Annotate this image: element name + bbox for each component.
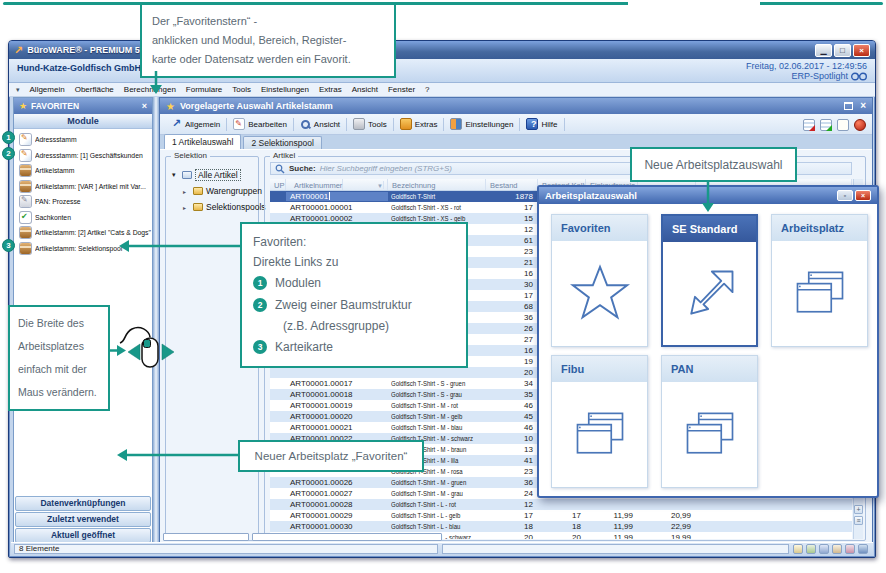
status-icon[interactable] [819,544,829,554]
workspace-tile[interactable]: Fibu [551,355,648,488]
workspace-tile[interactable]: SE Standard [661,214,758,347]
search-placeholder: Hier Suchbegriff eingeben (STRG+S) [320,164,452,173]
status-icon[interactable] [806,544,816,554]
close-button[interactable]: × [853,44,870,57]
toolbar-button[interactable]: Extras [394,118,444,130]
mouse-drag-icon [116,324,180,382]
annotation-line: Der „Favoritenstern“ - [152,12,384,31]
toolbar-icon [301,120,310,129]
tab[interactable]: 2 Selektionspool [243,136,321,149]
menu-item[interactable]: Ansicht [352,85,378,94]
number-badge: 2 [253,298,267,312]
toolbar-icon [353,118,365,130]
favorite-item[interactable]: Adressstamm: [1] Geschäftskunden [14,148,152,164]
search-icon [275,164,285,174]
scrollbar-sum-icon[interactable]: ≡ [854,516,863,525]
menu-item[interactable]: Oberfläche [75,85,114,94]
annotation-neuer-arbeitsplatz: Neuer Arbeitsplatz „Favoriten“ [238,440,424,472]
favorite-item[interactable]: Artikelstamm [14,163,152,179]
favorite-item[interactable]: PAN: Prozesse [14,194,152,210]
arrow-left-to-favorite [118,239,240,253]
toolbar-button[interactable]: Bearbeiten [227,118,293,130]
menu-item[interactable]: Einstellungen [261,85,309,94]
table-row[interactable]: ART00001.00029 Goldfisch T-Shirt - L - g… [270,510,852,521]
tile-title: Arbeitsplatz [772,215,867,241]
annotation-line: einfach mit der [18,358,100,381]
arrow-ne-icon [680,264,740,324]
status-icon[interactable] [832,544,842,554]
favorite-item[interactable]: Sachkonten [14,210,152,226]
tree-node[interactable]: Alle Artikel [170,167,258,183]
close-icon[interactable]: × [860,101,866,111]
menu-item[interactable]: Tools [232,85,251,94]
status-bar: 8 Elemente [11,542,873,555]
column-header-bezeichnung[interactable]: Bezeichnung [388,179,486,190]
menu-item[interactable]: ? [425,85,429,94]
workspace-tile[interactable]: PAN [661,355,758,488]
sidebar-section-button[interactable]: Zuletzt verwendet [15,512,151,527]
number-badge-3: 3 [2,239,15,252]
toolbar-right-icon[interactable] [820,119,832,131]
tree-node[interactable]: Selektionspools [170,199,258,215]
app-titlebar: ↗ BüroWARE® - PREMIUM 5.59 ▁ □ × [9,41,875,59]
binoculars-icon [851,72,867,81]
number-badge-1: 1 [2,131,15,144]
column-header-bestand[interactable]: Bestand [486,179,538,190]
toolbar-button[interactable]: Allgemein [164,118,226,130]
workspace-tile[interactable]: Arbeitsplatz [771,214,868,347]
column-header-up[interactable]: UP [270,179,286,190]
annotation-favoritenstern: Der „Favoritenstern“ -anklicken und Modu… [140,3,396,78]
sidebar-section-button[interactable]: Datenverknüpfungen [15,496,151,511]
favorite-star-icon[interactable]: ★ [166,101,175,112]
minimize-button[interactable]: ▁ [815,44,832,57]
favorite-item[interactable]: Adressstamm [14,132,152,148]
toolbar-right-icon[interactable] [837,119,849,131]
dialog-close-button[interactable]: × [855,190,871,201]
toolbar: Allgemein Bearbeiten Ansicht [160,114,872,135]
annotation-breite: Die Breite desArbeitsplatzeseinfach mit … [8,305,110,411]
column-header-artikelnummer[interactable]: Artikelnummer▼ [286,179,388,190]
toolbar-button[interactable]: Ansicht [294,119,346,130]
favorite-item[interactable]: Artikelstamm: [VAR ] Artikel mit Var... [14,179,152,195]
menu-item[interactable]: Extras [319,85,342,94]
annotation-line: Arbeitsplatzes [18,335,100,358]
favorites-close-icon[interactable]: × [142,101,147,111]
workspace-tile[interactable]: Favoriten [551,214,648,347]
scrollbar-plus-icon[interactable]: + [854,505,863,514]
favorites-header: ★ FAVORITEN × [14,98,152,114]
status-icon[interactable] [793,544,803,554]
menu-item[interactable]: Formulare [186,85,222,94]
company-name: Hund-Katze-Goldfisch GmbH : 01 [17,63,159,73]
expander-icon[interactable] [183,204,190,211]
expander-icon[interactable] [172,171,179,179]
status-spacer [442,544,789,554]
module-icon [20,243,31,254]
tree-node[interactable]: Warengruppen [170,183,258,199]
toolbar-button[interactable]: Tools [347,118,393,130]
erp-spotlight-link[interactable]: ERP-Spotlight [791,71,867,81]
toolbar-button[interactable]: Einstellungen [444,118,519,130]
toolbar-right-icon[interactable] [803,119,815,131]
status-icon[interactable] [858,544,868,554]
restore-icon[interactable] [844,102,853,110]
toolbar-button[interactable]: Hilfe [520,118,563,130]
workspace-tiles: Favoriten SE Standard Arbeitsplatz [551,214,868,488]
status-icon[interactable] [845,544,855,554]
module-icon [20,181,31,192]
menu-item[interactable]: Allgemein [30,85,65,94]
footer-field [252,533,442,541]
toolbar-icon [526,118,538,130]
menu-caret-icon[interactable]: ▾ [16,86,20,94]
menu-item[interactable]: Fenster [388,85,415,94]
datetime: Freitag, 02.06.2017 - 12:49:56 [746,61,867,71]
table-row[interactable]: ART00001.00030 Goldfisch T-Shirt - L - b… [270,521,852,532]
tile-title: SE Standard [663,216,756,242]
toolbar-right-icon[interactable] [854,119,866,131]
sidebar-section-button[interactable]: Aktuell geöffnet [15,528,151,543]
expander-icon[interactable] [183,188,190,195]
footer-field [163,533,249,541]
maximize-button[interactable]: □ [834,44,851,57]
dialog-restore-button[interactable]: ▫ [837,190,853,201]
tab[interactable]: 1 Artikelauswahl [164,134,241,149]
table-row[interactable]: ART00001.00028 Goldfisch T-Shirt - L - r… [270,499,852,510]
